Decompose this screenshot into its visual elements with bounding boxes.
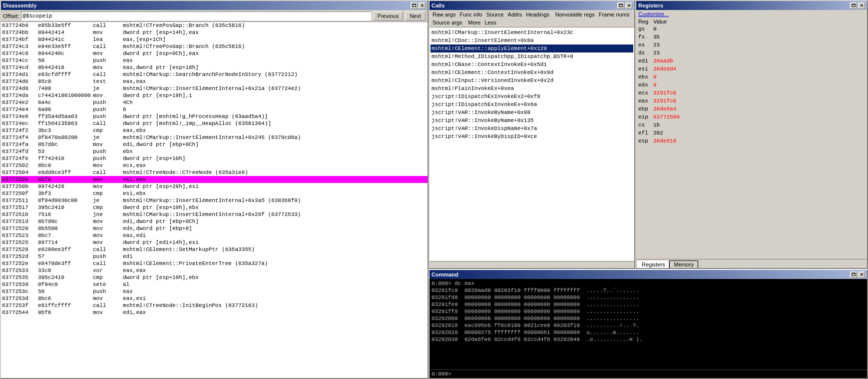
calls-more-btn[interactable]: More	[467, 19, 481, 26]
disasm-line[interactable]: 637724d87408jemshtml!CMarkup::InsertElem…	[1, 85, 428, 92]
disasm-line[interactable]: 6377250b89742428movdword ptr [esp+28h],e…	[1, 183, 428, 190]
calls-func-info-btn[interactable]: Func info	[458, 11, 483, 18]
disasm-addr: 637724c3	[2, 43, 38, 50]
disasm-line[interactable]: 637724e46a08push8	[1, 106, 428, 113]
calls-headings-btn[interactable]: Headings	[525, 11, 550, 18]
disasm-line[interactable]: 6377253c50pusheax	[1, 288, 428, 295]
reg-value-cell[interactable]: 1b	[651, 121, 867, 129]
disasm-line[interactable]: 6377253333c0xoreax,eax	[1, 267, 428, 274]
disasm-line[interactable]: 6377253d8bc6moveax,esi	[1, 295, 428, 302]
reg-value-cell[interactable]: 20aad8	[651, 57, 867, 65]
disasm-line[interactable]: 637724e6ff35a4d5aa63pushdword ptr [mshtm…	[1, 113, 428, 120]
disasm-line[interactable]: 6377252ee8470de3ffcallmshtml!CElement::P…	[1, 260, 428, 267]
calls-item[interactable]: mshtml!CBase::ContextInvokeEx+0x5d1	[431, 60, 633, 68]
calls-horiz-scroll[interactable]	[430, 261, 634, 268]
tab-memory[interactable]: Memory	[669, 260, 698, 268]
calls-item[interactable]: mshtml!CInput::VersionedInvokeEx+0x2d	[431, 76, 633, 84]
calls-restore-btn[interactable]: 🗖	[617, 2, 624, 9]
disasm-line[interactable]: 637725448bf8movedi,eax	[1, 309, 428, 316]
calls-item[interactable]: jscript!IDispatchExInvokeEx2+0xf8	[431, 92, 633, 100]
customize-link[interactable]: Customize...	[636, 10, 867, 18]
disasm-line[interactable]: 637724cc50pusheax	[1, 57, 428, 64]
disasm-line[interactable]: 637725238bc7moveax,edi	[1, 232, 428, 239]
disasm-line[interactable]: 637725098bf0movesi,eax	[1, 176, 428, 183]
command-input[interactable]	[454, 371, 801, 377]
calls-item[interactable]: mshtml!CElement::ContextInvokeEx+0x9d	[431, 68, 633, 76]
reg-value-cell[interactable]: 0	[651, 25, 867, 33]
calls-item[interactable]: jscript!VAR::InvokeDispName+0x7a	[431, 124, 633, 132]
command-close-btn[interactable]: ✕	[858, 272, 865, 278]
disasm-line[interactable]: 637725390f94c0seteal	[1, 281, 428, 288]
calls-item[interactable]: mshtml!PlainInvokeEx+0xea	[431, 84, 633, 92]
disasm-line[interactable]: 637725208b5508movedx,dword ptr [ebp+8]	[1, 225, 428, 232]
disasm-line[interactable]: 63772535395c2410cmpdword ptr [esp+10h],e…	[1, 274, 428, 281]
disasm-line[interactable]: 63772525897714movdword ptr [edi+14h],esi	[1, 239, 428, 246]
disasm-line[interactable]: 6377250f3bf3cmpesi,ebx	[1, 190, 428, 197]
calls-addrs-btn[interactable]: Addrs	[507, 11, 523, 18]
calls-item[interactable]: mshtml!Method_IDispatchpp_IDispatchp_BST…	[431, 52, 633, 60]
disassembly-restore-btn[interactable]: 🗖	[411, 2, 418, 9]
disasm-line[interactable]: 637725028bc8movecx,eax	[1, 162, 428, 169]
calls-source-btn[interactable]: Source	[485, 11, 505, 18]
disasm-line[interactable]: 637724f40f8470a80200jemshtml!CMarkup::In…	[1, 134, 428, 141]
calls-item[interactable]: jscript!VAR::InvokeByDispID+0xce	[431, 132, 633, 140]
disasm-line[interactable]: 637724e26a4cpush4Ch	[1, 99, 428, 106]
reg-name-cell: gs	[636, 25, 651, 33]
registers-close-btn[interactable]: ✕	[858, 2, 865, 9]
calls-less-btn[interactable]: Less	[483, 19, 497, 26]
reg-value-cell[interactable]: 23	[651, 41, 867, 49]
calls-item[interactable]: jscript!VAR::InvokeByName+0x135	[431, 116, 633, 124]
disasm-line[interactable]: 6377251b7516jnemshtml!CMarkup::InsertEle…	[1, 211, 428, 218]
offset-input[interactable]	[21, 12, 371, 20]
disasm-line[interactable]: 6377251d8b7d0cmovedi,dword ptr [ebp+0Ch]	[1, 218, 428, 225]
disasm-line[interactable]: 637724d1e83cfdffffcallmshtml!CMarkup::Se…	[1, 71, 428, 78]
reg-value-cell[interactable]: 8	[651, 81, 867, 89]
disasm-line[interactable]: 637724feff742410pushdword ptr [esp+10h]	[1, 155, 428, 162]
disasm-line[interactable]: 637724ecff1564135863calldword ptr [mshtm…	[1, 120, 428, 127]
calls-close-btn[interactable]: ✕	[625, 2, 632, 9]
disasm-line[interactable]: 637724f23bc3cmpeax,ebx	[1, 127, 428, 134]
disasm-line[interactable]: 637724fd53pushebx	[1, 148, 428, 155]
disasm-line[interactable]: 6377253fe81ffcffffcallmshtml!CTreeNode::…	[1, 302, 428, 309]
disasm-line[interactable]: 637724c88944240cmovdword ptr [esp+0Ch],e…	[1, 50, 428, 57]
reg-value-cell[interactable]: 23	[651, 49, 867, 57]
disasm-line[interactable]: 637724dac744241801000000movdword ptr [es…	[1, 92, 428, 99]
next-button[interactable]: Next	[405, 12, 426, 20]
calls-item[interactable]: jscript!IDispatchExInvokeEx+0x6a	[431, 100, 633, 108]
tab-registers[interactable]: Registers	[637, 260, 669, 268]
calls-item[interactable]: mshtml!CMarkup::InsertElementInternal+0x…	[431, 28, 633, 36]
disasm-line[interactable]: 6377252d57pushedi	[1, 253, 428, 260]
disasm-line[interactable]: 63772504e8dd0ce3ffcallmshtml!CTreeNode::…	[1, 169, 428, 176]
disasm-line[interactable]: 63772528e8280ee3ffcallmshtml!CElement::S…	[1, 246, 428, 253]
reg-value-cell[interactable]: 63772509	[651, 113, 867, 121]
command-restore-btn[interactable]: 🗖	[850, 272, 857, 278]
disassembly-close-btn[interactable]: ✕	[419, 2, 426, 9]
disasm-line[interactable]: 637725110f84d9930c00jemshtml!CMarkup::In…	[1, 197, 428, 204]
disasm-line[interactable]: 637724cd8b442418moveax,dword ptr [esp+18…	[1, 64, 428, 71]
calls-item[interactable]: mshtml!CElement::applyElement+0x120	[431, 44, 633, 52]
calls-item[interactable]: mshtml!CDoc::InsertElement+0x8a	[431, 36, 633, 44]
previous-button[interactable]: Previous	[373, 12, 404, 20]
reg-value-cell[interactable]: 202	[651, 129, 867, 137]
calls-source-args-btn[interactable]: Source args	[432, 19, 463, 26]
reg-value-cell[interactable]: 3b	[651, 33, 867, 41]
disasm-line[interactable]: 637724c3e84e33e5ffcallmshtml!CTreePosGap…	[1, 43, 428, 50]
reg-value-cell[interactable]: 0	[651, 73, 867, 81]
reg-value-cell[interactable]: 20de8d4	[651, 65, 867, 73]
calls-nonvolatile-btn[interactable]: Nonvolatile regs	[554, 11, 596, 18]
calls-item[interactable]: jscript!VAR::InvokeByName+0x98	[431, 108, 633, 116]
register-row: eip63772509	[636, 113, 867, 121]
reg-value-cell[interactable]: 3291fc8	[651, 97, 867, 105]
calls-raw-args-btn[interactable]: Raw args	[432, 11, 456, 18]
disasm-line[interactable]: 637724bf8d44241cleaeax,[esp+1Ch]	[1, 36, 428, 43]
disasm-line[interactable]: 63772517395c2410cmpdword ptr [esp+10h],e…	[1, 204, 428, 211]
reg-value-cell[interactable]: 3291fc8	[651, 89, 867, 97]
reg-value-cell[interactable]: 20de810	[651, 137, 867, 145]
registers-restore-btn[interactable]: 🗖	[850, 2, 857, 9]
disasm-line[interactable]: 637724bb89442414movdword ptr [esp+14h],e…	[1, 29, 428, 36]
disasm-line[interactable]: 637724d685c0testeax,eax	[1, 78, 428, 85]
disasm-line[interactable]: 637724b6e85b33e5ffcallmshtml!CTreePosGap…	[1, 22, 428, 29]
reg-value-cell[interactable]: 20de8a4	[651, 105, 867, 113]
calls-frame-nums-btn[interactable]: Frame nums	[598, 11, 631, 18]
disasm-line[interactable]: 637724fa8b7d0cmovedi,dword ptr [ebp+0Ch]	[1, 141, 428, 148]
